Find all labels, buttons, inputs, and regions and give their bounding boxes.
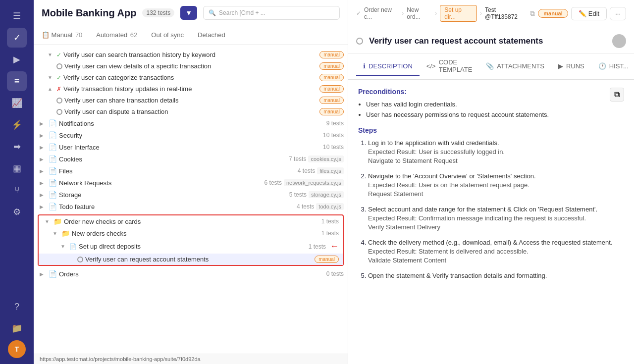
sidebar-navigation: ☰ ✓ ▶ ≡ 📈 ⚡ ➡ ▦ ⑂ ⚙ ? 📁 T (0, 0, 34, 364)
preconditions-title: Preconditions: (358, 88, 624, 96)
sidebar-chart-icon[interactable]: 📈 (7, 93, 27, 113)
filter-button[interactable]: ▼ (180, 6, 197, 20)
precondition-item: User has valid login credentials. (366, 101, 624, 108)
copy-content-button[interactable]: ⧉ (610, 88, 624, 102)
breadcrumb-check-icon: ✓ (356, 10, 361, 17)
manual-badge: manual (319, 97, 344, 104)
tab-detached[interactable]: Detached (191, 26, 232, 45)
tab-history[interactable]: 🕐 HIST... (591, 57, 634, 76)
manual-badge: manual (319, 62, 344, 70)
tabs-bar: 📋 Manual 70 Automated 62 Out of sync Det… (34, 26, 348, 45)
breadcrumb-item-2[interactable]: New ord... (407, 6, 432, 20)
chevron-up-icon: ▲ (48, 86, 53, 92)
new-orders-checks-folder[interactable]: ▼ 📁 New orders checks 1 tests (39, 227, 343, 239)
description-icon: ℹ (363, 62, 366, 70)
user-avatar[interactable]: T (8, 340, 26, 358)
circle-icon (56, 109, 62, 115)
checkmark-icon: ✓ (56, 74, 61, 81)
sidebar-arrow-icon[interactable]: ➡ (7, 137, 27, 156)
clipboard-icon: 📋 (42, 31, 50, 39)
chevron-down-icon: ▼ (48, 75, 53, 80)
list-item[interactable]: ▼ ✓ Verify user can categorize transacti… (34, 72, 348, 83)
sidebar-bar-chart-icon[interactable]: ▦ (7, 158, 27, 178)
code-icon: </> (426, 62, 436, 70)
more-options-button[interactable]: ··· (610, 7, 626, 20)
list-item[interactable]: ▶ 📄 Todo feature 4 tests todo.cy.js (34, 201, 348, 212)
tab-attachments[interactable]: 📎 ATTACHMENTS (479, 57, 551, 76)
breadcrumb-item-1[interactable]: Order new c... (364, 6, 399, 20)
folder-icon: 📄 (49, 143, 57, 151)
steps-title: Steps (358, 126, 624, 134)
order-checks-folder[interactable]: ▼ 📁 Order new checks or cards 1 tests (39, 215, 343, 227)
list-item[interactable]: ▶ 📄 Notifications 9 tests (34, 117, 348, 129)
chevron-down-icon: ▼ (53, 231, 58, 236)
test-tree: ▼ ✓ Verify user can search transaction h… (34, 45, 348, 354)
history-icon: 🕐 (598, 62, 606, 70)
highlighted-folder-section: ▼ 📁 Order new checks or cards 1 tests ▼ … (38, 214, 344, 266)
breadcrumb-test-id: Test @Tff135872 (485, 6, 527, 20)
search-box[interactable]: 🔍 Search [Cmd + ... (203, 6, 340, 20)
set-up-direct-deposits-folder[interactable]: ▼ 📄 Set up direct deposits 1 tests ← (39, 239, 343, 254)
tab-manual[interactable]: 📋 Manual 70 (42, 26, 89, 45)
arrow-right-icon: ← (330, 241, 339, 252)
list-item[interactable]: Verify user can dispute a transaction ma… (34, 106, 348, 117)
tab-out-of-sync[interactable]: Out of sync (144, 26, 191, 45)
sidebar-play-icon[interactable]: ▶ (7, 50, 27, 69)
step-item: Select account and date range for the st… (368, 206, 624, 231)
tab-code-template[interactable]: </> CODE TEMPLATE (420, 53, 479, 79)
sidebar-lightning-icon[interactable]: ⚡ (7, 115, 27, 135)
circle-icon (56, 98, 62, 104)
list-item[interactable]: ▶ 📄 Security 10 tests (34, 129, 348, 141)
list-item[interactable]: Verify user can view details of a specif… (34, 60, 348, 72)
search-icon: 🔍 (209, 9, 216, 16)
folder-icon: 📄 (49, 179, 57, 187)
precondition-item: User has necessary permissions to reques… (366, 111, 624, 118)
sidebar-gear-icon[interactable]: ⚙ (7, 202, 27, 222)
list-item[interactable]: ▶ 📄 Network Requests 6 tests network_req… (34, 177, 348, 189)
url-bar: https://app.testomat.io/projects/mobile-… (34, 354, 348, 364)
list-item[interactable]: ▶ 📄 Storage 5 tests storage.cy.js (34, 189, 348, 201)
left-panel: Mobile Banking App 132 tests ▼ 🔍 Search … (34, 0, 348, 364)
list-item[interactable]: ▶ 📄 User Interface 10 tests (34, 141, 348, 153)
manual-badge: manual (315, 256, 339, 263)
breadcrumb-active-item[interactable]: Set up dir... (440, 5, 477, 22)
verify-account-statements-item[interactable]: Verify user can request account statemen… (39, 254, 343, 265)
warning-icon: ✗ (56, 86, 61, 93)
sidebar-branch-icon[interactable]: ⑂ (7, 180, 27, 200)
list-item[interactable]: ▶ 📄 Cookies 7 tests cookies.cy.js (34, 153, 348, 165)
list-item[interactable]: ▶ 📄 Files 4 tests files.cy.js (34, 165, 348, 177)
search-placeholder: Search [Cmd + ... (219, 9, 265, 16)
manual-badge: manual (319, 51, 344, 58)
sidebar-folder-icon[interactable]: 📁 (7, 318, 27, 338)
list-item[interactable]: ▲ ✗ Verify transaction history updates i… (34, 83, 348, 95)
folder-icon: 📄 (49, 270, 57, 278)
circle-icon (77, 257, 83, 262)
tab-automated[interactable]: Automated 62 (89, 26, 144, 45)
sidebar-help-icon[interactable]: ? (7, 297, 27, 316)
description-body: ⧉ Preconditions: User has valid login cr… (348, 80, 634, 364)
file-tag: cookies.cy.js (308, 156, 344, 162)
step-item: Check the delivery method (e.g., downloa… (368, 239, 624, 264)
copy-icon[interactable]: ⧉ (530, 9, 535, 18)
tab-description[interactable]: ℹ DESCRIPTION (356, 57, 420, 76)
sidebar-list-icon[interactable]: ≡ (7, 71, 27, 91)
breadcrumb: ✓ Order new c... › New ord... › Set up d… (348, 0, 634, 27)
sidebar-check-icon[interactable]: ✓ (7, 28, 27, 48)
chevron-down-icon: ▼ (48, 52, 53, 57)
list-item[interactable]: Verify user can share transaction detail… (34, 95, 348, 106)
chevron-right-icon: ▶ (40, 156, 46, 162)
chevron-right-icon: ▶ (40, 145, 46, 150)
left-header: Mobile Banking App 132 tests ▼ 🔍 Search … (34, 0, 348, 26)
list-item[interactable]: ▼ ✓ Verify user can search transaction h… (34, 49, 348, 60)
folder-icon: 📄 (49, 131, 57, 139)
chevron-right-icon: ▶ (40, 121, 46, 126)
manual-badge: manual (319, 85, 344, 93)
orders-folder[interactable]: ▶ 📄 Orders 0 tests (34, 268, 348, 280)
attachment-icon: 📎 (486, 62, 494, 70)
sidebar-menu-icon[interactable]: ☰ (7, 6, 27, 26)
chevron-down-icon: ▼ (60, 244, 66, 249)
tab-runs[interactable]: ▶ RUNS (551, 57, 591, 76)
edit-icon: ✏️ (579, 10, 586, 17)
edit-button[interactable]: ✏️ Edit (571, 7, 607, 20)
folder-icon: 📄 (49, 155, 57, 163)
